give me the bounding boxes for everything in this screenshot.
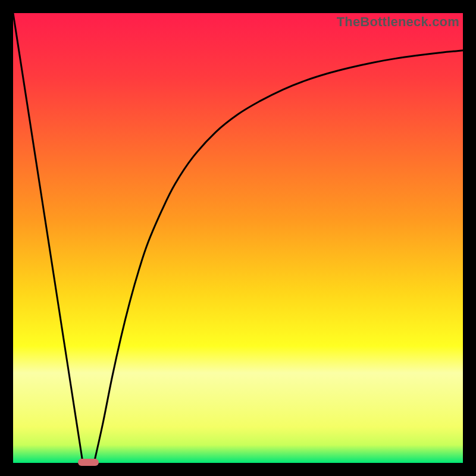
bottleneck-curve	[13, 13, 463, 463]
optimal-point-marker	[78, 459, 99, 465]
series-right-branch	[94, 51, 463, 463]
series-left-branch	[13, 13, 83, 463]
plot-area: TheBottleneck.com	[13, 13, 463, 463]
chart-frame: TheBottleneck.com	[0, 0, 476, 476]
